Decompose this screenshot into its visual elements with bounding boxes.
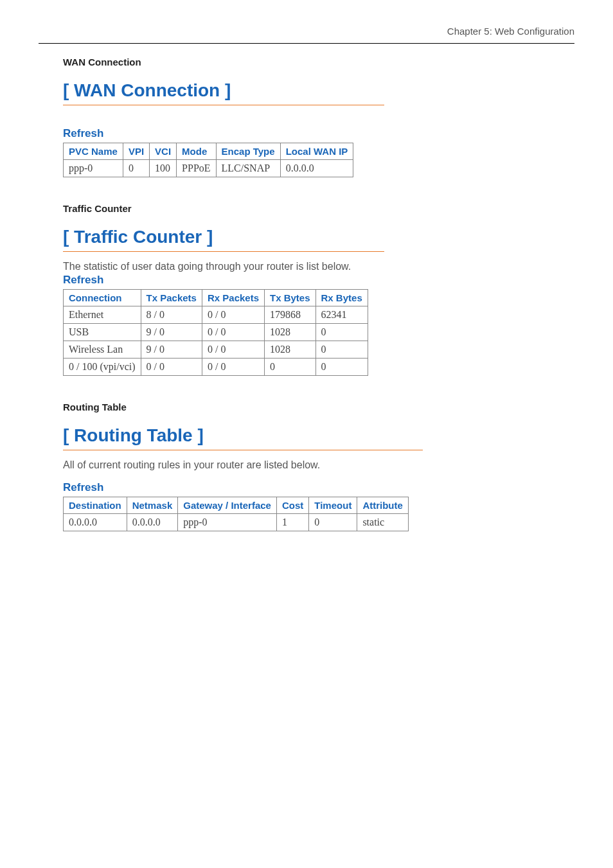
table-row: Wireless Lan 9 / 0 0 / 0 1028 0 [64,341,368,359]
cell-timeout: 0 [309,514,357,531]
cell-vpi: 0 [123,160,149,177]
cell-attr: static [357,514,409,531]
cell-txp: 8 / 0 [141,306,202,324]
routing-description: All of current routing rules in your rou… [63,459,574,471]
table-row: Ethernet 8 / 0 0 / 0 179868 62341 [64,306,368,324]
cell-txp: 9 / 0 [141,324,202,341]
wan-refresh-link[interactable]: Refresh [63,127,103,140]
table-header-row: PVC Name VPI VCI Mode Encap Type Local W… [64,143,353,160]
divider [63,251,384,252]
cell-rxb: 62341 [315,306,368,324]
cell-rxp: 0 / 0 [202,306,264,324]
traffic-table: Connection Tx Packets Rx Packets Tx Byte… [63,289,368,376]
cell-txb: 1028 [265,341,316,359]
col-destination: Destination [64,497,127,514]
cell-txp: 0 / 0 [141,359,202,376]
cell-txb: 1028 [265,324,316,341]
cell-conn: Wireless Lan [64,341,141,359]
table-row: ppp-0 0 100 PPPoE LLC/SNAP 0.0.0.0 [64,160,353,177]
wan-table: PVC Name VPI VCI Mode Encap Type Local W… [63,143,353,177]
cell-conn: USB [64,324,141,341]
cell-conn: Ethernet [64,306,141,324]
routing-table: Destination Netmask Gateway / Interface … [63,497,409,531]
divider [63,105,384,105]
col-pvc-name: PVC Name [64,143,123,160]
routing-refresh-link[interactable]: Refresh [63,481,103,494]
cell-rxb: 0 [315,341,368,359]
cell-txb: 0 [265,359,316,376]
wan-panel: [ WAN Connection ] Refresh PVC Name VPI … [63,80,574,177]
col-timeout: Timeout [309,497,357,514]
traffic-description: The statistic of user data going through… [63,261,574,272]
cell-encap: LLC/SNAP [216,160,280,177]
cell-mode: PPPoE [177,160,216,177]
traffic-panel: [ Traffic Counter ] The statistic of use… [63,227,574,376]
col-connection: Connection [64,290,141,306]
cell-rxp: 0 / 0 [202,359,264,376]
col-tx-bytes: Tx Bytes [265,290,316,306]
col-encap: Encap Type [216,143,280,160]
col-vpi: VPI [123,143,149,160]
traffic-section-label: Traffic Counter [63,203,574,214]
wan-section-label: WAN Connection [63,57,574,67]
traffic-panel-title: [ Traffic Counter ] [63,227,574,247]
wan-panel-title: [ WAN Connection ] [63,80,574,101]
col-rx-packets: Rx Packets [202,290,264,306]
col-cost: Cost [276,497,308,514]
cell-pvc-name: ppp-0 [64,160,123,177]
cell-cost: 1 [276,514,308,531]
col-vci: VCI [150,143,177,160]
routing-section-label: Routing Table [63,402,574,412]
cell-local-ip: 0.0.0.0 [280,160,353,177]
col-gateway: Gateway / Interface [178,497,277,514]
cell-txp: 9 / 0 [141,341,202,359]
col-mode: Mode [177,143,216,160]
cell-dest: 0.0.0.0 [64,514,127,531]
routing-panel-title: [ Routing Table ] [63,425,574,446]
chapter-header: Chapter 5: Web Configuration [39,19,574,44]
cell-mask: 0.0.0.0 [127,514,178,531]
table-row: 0 / 100 (vpi/vci) 0 / 0 0 / 0 0 0 [64,359,368,376]
cell-gw: ppp-0 [178,514,277,531]
divider [63,450,423,450]
cell-rxp: 0 / 0 [202,324,264,341]
routing-panel: [ Routing Table ] All of current routing… [63,425,574,531]
cell-vci: 100 [150,160,177,177]
cell-txb: 179868 [265,306,316,324]
table-header-row: Destination Netmask Gateway / Interface … [64,497,409,514]
cell-rxb: 0 [315,359,368,376]
cell-rxb: 0 [315,324,368,341]
col-rx-bytes: Rx Bytes [315,290,368,306]
table-row: USB 9 / 0 0 / 0 1028 0 [64,324,368,341]
col-tx-packets: Tx Packets [141,290,202,306]
cell-conn: 0 / 100 (vpi/vci) [64,359,141,376]
table-header-row: Connection Tx Packets Rx Packets Tx Byte… [64,290,368,306]
col-netmask: Netmask [127,497,178,514]
traffic-refresh-link[interactable]: Refresh [63,274,103,287]
col-attribute: Attribute [357,497,409,514]
table-row: 0.0.0.0 0.0.0.0 ppp-0 1 0 static [64,514,409,531]
col-local-wan-ip: Local WAN IP [280,143,353,160]
cell-rxp: 0 / 0 [202,341,264,359]
